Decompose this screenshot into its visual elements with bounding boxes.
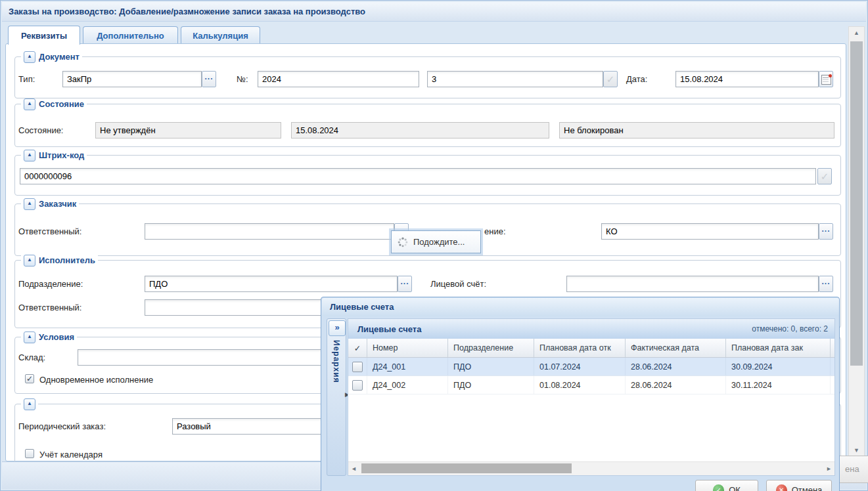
executor-division-ellipsis-icon[interactable]: ... [398, 276, 412, 292]
executor-account-label: Лицевой счёт: [430, 279, 486, 289]
customer-responsible-input[interactable] [145, 223, 394, 240]
scroll-down-icon[interactable]: ▼ [849, 447, 864, 454]
vertical-scrollbar[interactable]: ▲ ▼ [848, 26, 865, 461]
customer-division-label-fragment: ение: [484, 226, 506, 236]
accounts-panel-header: Лицевые счета отмечено: 0, всего: 2 [348, 319, 834, 339]
ok-icon: ✓ [713, 484, 724, 491]
horizontal-scrollbar-thumb[interactable] [361, 463, 572, 473]
executor-division-label: Подразделение: [18, 279, 83, 289]
wait-tooltip: Подождите... [391, 230, 481, 253]
vertical-scrollbar-thumb[interactable] [850, 41, 863, 366]
tab-rekvizity[interactable]: Реквизиты [8, 26, 80, 45]
barcode-apply-check-icon[interactable]: ✓ [817, 168, 832, 184]
collapse-icon[interactable]: ▲ [24, 398, 35, 410]
calendar-account-label: Учёт календаря [39, 450, 103, 459]
executor-account-ellipsis-icon[interactable]: ... [819, 276, 833, 292]
horizontal-scrollbar[interactable]: ◄ ► [348, 461, 834, 475]
row-checkbox-cell [348, 376, 367, 394]
ok-button-label: ОК [729, 485, 741, 491]
doc-date-calendar-button[interactable] [819, 71, 833, 87]
calendar-icon [821, 75, 831, 85]
doc-type-ellipsis-icon[interactable]: ... [202, 71, 216, 87]
cell-actual: 28.06.2024 [626, 358, 726, 375]
window-title: Заказы на производство: Добавление/размн… [2, 2, 866, 22]
column-check[interactable]: ✓ [348, 339, 367, 357]
state-date-field: 15.08.2024 [291, 122, 549, 139]
scroll-left-icon[interactable]: ◄ [351, 465, 357, 472]
cell-planned-open: 01.08.2024 [534, 376, 626, 394]
cell-currency: RUB [831, 358, 835, 375]
executor-account-input[interactable] [566, 276, 819, 292]
hierarchy-panel: » Иерархия ▶ [327, 318, 346, 476]
section-customer-legend: ▲ Заказчик [21, 198, 79, 209]
simultaneous-checkbox[interactable]: ✓ [25, 374, 34, 383]
cell-currency: RUB [831, 376, 835, 394]
cancel-icon: ✕ [776, 484, 787, 491]
customer-responsible-label: Ответственный: [18, 226, 81, 236]
cell-actual: 28.06.2024 [626, 376, 726, 394]
cell-number: Д24_001 [367, 358, 448, 375]
executor-division-input[interactable]: ПДО [145, 276, 398, 292]
accounts-popup-title: Лицевые счета [322, 298, 839, 316]
state-label: Состояние: [18, 125, 63, 135]
periodic-order-label: Периодический заказ: [18, 421, 106, 431]
calendar-account-checkbox[interactable] [25, 449, 34, 458]
column-currency[interactable]: Валюта [831, 339, 835, 357]
collapse-icon[interactable]: ▲ [24, 51, 35, 63]
section-title: Штрих-код [39, 150, 84, 160]
row-checkbox-cell [348, 358, 367, 375]
collapse-icon[interactable]: ▲ [24, 198, 35, 210]
barcode-input[interactable]: 0000000096 [20, 168, 816, 184]
tab-label: Реквизиты [21, 31, 67, 41]
row-checkbox[interactable] [352, 362, 363, 372]
column-planned-open[interactable]: Плановая дата отк [534, 339, 626, 357]
collapse-icon[interactable]: ▲ [24, 150, 35, 161]
doc-type-label: Тип: [18, 74, 35, 84]
collapse-icon[interactable]: ▲ [24, 255, 35, 267]
hierarchy-label: Иерархия [332, 340, 341, 383]
section-title: Условия [39, 332, 74, 342]
cell-planned-open: 01.07.2024 [534, 358, 626, 375]
table-header-row: ✓ Номер Подразделение Плановая дата отк … [348, 339, 834, 358]
customer-division-input[interactable]: КО [601, 223, 819, 240]
state-status-field: Не утверждён [95, 122, 281, 139]
state-block-field: Не блокирован [559, 122, 834, 139]
row-checkbox[interactable] [352, 380, 363, 391]
column-division[interactable]: Подразделение [448, 339, 534, 357]
section-title: Документ [39, 52, 80, 62]
wait-tooltip-text: Подождите... [413, 237, 465, 247]
column-number[interactable]: Номер [367, 339, 448, 357]
cell-planned-close: 30.09.2024 [726, 358, 831, 375]
collapse-icon[interactable]: ▲ [24, 98, 35, 110]
column-actual[interactable]: Фактическая дата [626, 339, 726, 357]
ok-button[interactable]: ✓ ОК [695, 480, 758, 491]
table-row[interactable]: Д24_002 ПДО 01.08.2024 28.06.2024 30.11.… [348, 376, 834, 395]
accounts-popup: Лицевые счета » Иерархия ▶ Лицевые счета… [321, 297, 840, 491]
scroll-up-icon[interactable]: ▲ [849, 30, 864, 36]
doc-number-label: №: [237, 74, 248, 84]
collapse-icon[interactable]: ▲ [24, 331, 35, 343]
doc-type-input[interactable]: ЗакПр [62, 71, 202, 87]
warehouse-label: Склад: [18, 352, 45, 362]
doc-date-input[interactable]: 15.08.2024 [675, 71, 819, 87]
accounts-panel-title: Лицевые счета [348, 324, 752, 334]
section-periodic-legend: ▲ [21, 398, 38, 410]
section-executor-legend: ▲ Исполнитель [21, 255, 98, 266]
simultaneous-label: Одновременное исполнение [39, 375, 153, 385]
tab-kalkulyaciya[interactable]: Калькуляция [181, 26, 260, 44]
hierarchy-expand-icon[interactable]: » [329, 320, 346, 336]
column-planned-close[interactable]: Плановая дата зак [726, 339, 831, 357]
customer-division-ellipsis-icon[interactable]: ... [819, 223, 833, 240]
cell-number: Д24_002 [367, 376, 448, 394]
section-title: Заказчик [39, 199, 76, 209]
table-row[interactable]: Д24_001 ПДО 01.07.2024 28.06.2024 30.09.… [348, 358, 834, 376]
doc-number-input[interactable]: 2024 [258, 71, 419, 87]
scroll-right-icon[interactable]: ► [826, 465, 832, 472]
section-title: Состояние [39, 99, 84, 109]
application-window: Заказы на производство: Добавление/размн… [0, 0, 868, 491]
tab-dopolnitelno[interactable]: Дополнительно [83, 26, 178, 44]
doc-number2-input[interactable]: 3 [427, 71, 603, 87]
doc-number-apply-check-icon[interactable]: ✓ [603, 71, 618, 87]
tab-label: Дополнительно [97, 31, 164, 41]
cancel-button[interactable]: ✕ Отмена [766, 480, 832, 491]
